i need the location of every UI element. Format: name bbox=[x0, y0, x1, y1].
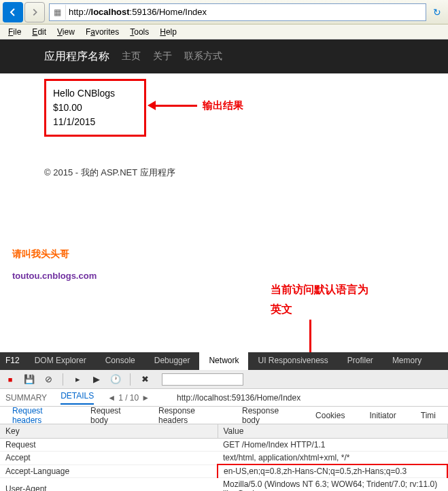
tab-ui-responsiveness[interactable]: UI Responsiveness bbox=[248, 352, 337, 370]
subtab-response-headers[interactable]: Response headers bbox=[146, 403, 230, 428]
devtools-panel: F12 DOM Explorer Console Debugger Networ… bbox=[0, 352, 448, 491]
subtab-response-body[interactable]: Response body bbox=[230, 403, 303, 428]
menu-file[interactable]: File bbox=[3, 26, 27, 38]
subtab-cookies[interactable]: Cookies bbox=[303, 407, 357, 424]
brand[interactable]: 应用程序名称 bbox=[44, 50, 109, 64]
table-row: Accept text/html, application/xhtml+xml,… bbox=[0, 452, 447, 465]
menu-help[interactable]: Help bbox=[154, 26, 182, 38]
browser-toolbar: ▦ http://localhost:59136/Home/Index ↻ bbox=[0, 0, 448, 24]
pager: ◄ 1 / 10 ► bbox=[107, 393, 150, 403]
clear-icon[interactable]: ⊘ bbox=[42, 373, 54, 386]
summary-tab[interactable]: SUMMARY bbox=[5, 393, 47, 403]
output-line2: $10.00 bbox=[53, 101, 137, 115]
tab-console[interactable]: Console bbox=[96, 352, 145, 370]
page-icon: ▦ bbox=[50, 5, 66, 20]
refresh-button[interactable]: ↻ bbox=[429, 7, 445, 18]
signature-name: 请叫我头头哥 bbox=[12, 248, 69, 260]
forward-button[interactable] bbox=[24, 2, 45, 22]
site-nav: 应用程序名称 主页 关于 联系方式 bbox=[0, 39, 448, 73]
footer: © 2015 - 我的 ASP.NET 应用程序 bbox=[44, 167, 448, 179]
devtools-search[interactable] bbox=[162, 373, 243, 386]
tab-debugger[interactable]: Debugger bbox=[145, 352, 200, 370]
menu-bar: File Edit View Favorites Tools Help bbox=[0, 24, 448, 39]
menu-view[interactable]: View bbox=[52, 26, 80, 38]
tab-dom-explorer[interactable]: DOM Explorer bbox=[25, 352, 96, 370]
signature-url: toutou.cnblogs.com bbox=[12, 271, 97, 281]
subtab-timings[interactable]: Timi bbox=[409, 407, 448, 424]
output-line3: 11/1/2015 bbox=[53, 115, 137, 129]
devtools-toolbar: ■ 💾 ⊘ ▸ ▶ 🕐 ✖ bbox=[0, 370, 448, 389]
annotation-arrow-1: 输出结果 bbox=[150, 99, 243, 112]
tab-network[interactable]: Network bbox=[199, 352, 248, 370]
address-bar[interactable]: ▦ http://localhost:59136/Home/Index bbox=[49, 3, 426, 21]
nav-home[interactable]: 主页 bbox=[122, 50, 141, 63]
url-text: http://localhost:59136/Home/Index bbox=[66, 7, 209, 17]
subtab-request-body[interactable]: Request body bbox=[78, 403, 146, 428]
annotation-label-1: 输出结果 bbox=[203, 99, 243, 112]
subtab-initiator[interactable]: Initiator bbox=[357, 407, 408, 424]
request-url: http://localhost:59136/Home/Index bbox=[177, 393, 300, 403]
output-line1: Hello CNBlogs bbox=[53, 86, 137, 101]
annotation-label-2: 当前访问默认语言为 英文 bbox=[271, 280, 368, 320]
pager-prev-icon[interactable]: ◄ bbox=[107, 393, 116, 403]
nav-contact[interactable]: 联系方式 bbox=[184, 50, 222, 63]
subtab-request-headers[interactable]: Request headers bbox=[0, 403, 78, 428]
f12-label: F12 bbox=[0, 352, 25, 370]
filter-icon[interactable]: ▸ bbox=[71, 373, 84, 386]
output-box: Hello CNBlogs $10.00 11/1/2015 bbox=[44, 79, 146, 137]
menu-favorites[interactable]: Favorites bbox=[80, 26, 124, 38]
record-icon[interactable]: ■ bbox=[4, 373, 16, 386]
table-row: Accept-Language en-US,en;q=0.8,zh-Hans-C… bbox=[0, 464, 447, 478]
table-row: User-Agent Mozilla/5.0 (Windows NT 6.3; … bbox=[0, 478, 447, 492]
tab-memory[interactable]: Memory bbox=[383, 352, 431, 370]
devtools-subtabs: Request headers Request body Response he… bbox=[0, 407, 448, 424]
nav-about[interactable]: 关于 bbox=[153, 50, 172, 63]
accept-language-value: en-US,en;q=0.8,zh-Hans-CN;q=0.5,zh-Hans;… bbox=[218, 464, 447, 478]
headers-table: Key Value Request GET /Home/Index HTTP/1… bbox=[0, 424, 448, 491]
clock-icon[interactable]: 🕐 bbox=[109, 373, 122, 386]
menu-tools[interactable]: Tools bbox=[124, 26, 154, 38]
clear-session-icon[interactable]: ✖ bbox=[139, 373, 151, 386]
play-icon[interactable]: ▶ bbox=[90, 373, 103, 386]
back-button[interactable] bbox=[3, 2, 23, 22]
save-icon[interactable]: 💾 bbox=[23, 373, 35, 386]
tab-profiler[interactable]: Profiler bbox=[338, 352, 383, 370]
menu-edit[interactable]: Edit bbox=[27, 26, 52, 38]
pager-next-icon[interactable]: ► bbox=[141, 393, 150, 403]
devtools-tabs: F12 DOM Explorer Console Debugger Networ… bbox=[0, 352, 448, 370]
table-row: Request GET /Home/Index HTTP/1.1 bbox=[0, 439, 447, 452]
